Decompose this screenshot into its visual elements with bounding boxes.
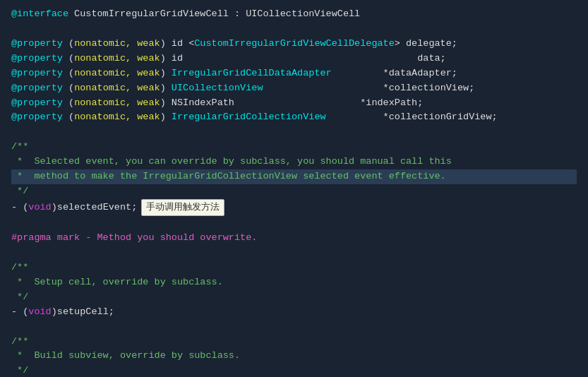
code-line: */ (11, 364, 577, 377)
code-line: @property (nonatomic, weak) id <CustomIr… (11, 37, 577, 52)
code-editor: @interface CustomIrregularGridViewCell :… (0, 0, 588, 377)
code-line: @property (nonatomic, weak) IrregularGri… (11, 66, 577, 81)
code-line: /** (11, 140, 577, 155)
code-line (11, 246, 577, 261)
code-line: /** (11, 335, 577, 349)
code-line (11, 216, 577, 231)
code-line: @property (nonatomic, weak) id data; (11, 52, 577, 66)
code-line: * Setup cell, override by subclass. (11, 275, 577, 290)
code-line (11, 320, 577, 335)
code-line: * Selected event, you can override by su… (11, 155, 577, 169)
code-line: * Build subview, override by subclass. (11, 349, 577, 364)
code-line (11, 125, 577, 140)
code-content: @interface CustomIrregularGridViewCell :… (11, 7, 577, 377)
code-line: - (void)selectedEvent;手动调用触发方法 (11, 199, 577, 216)
code-line (11, 22, 577, 37)
code-line: @interface CustomIrregularGridViewCell :… (11, 7, 577, 22)
code-line: /** (11, 261, 577, 275)
code-line: @property (nonatomic, weak) IrregularGri… (11, 110, 577, 125)
code-line: @property (nonatomic, weak) UICollection… (11, 81, 577, 96)
code-line: */ (11, 184, 577, 199)
code-line: - (void)setupCell; (11, 305, 577, 320)
code-line: #pragma mark - Method you should overwri… (11, 231, 577, 246)
code-line: */ (11, 290, 577, 305)
code-line: @property (nonatomic, weak) NSIndexPath … (11, 96, 577, 111)
code-line: * method to make the IrregularGridCollec… (11, 169, 577, 184)
tooltip: 手动调用触发方法 (141, 199, 224, 216)
